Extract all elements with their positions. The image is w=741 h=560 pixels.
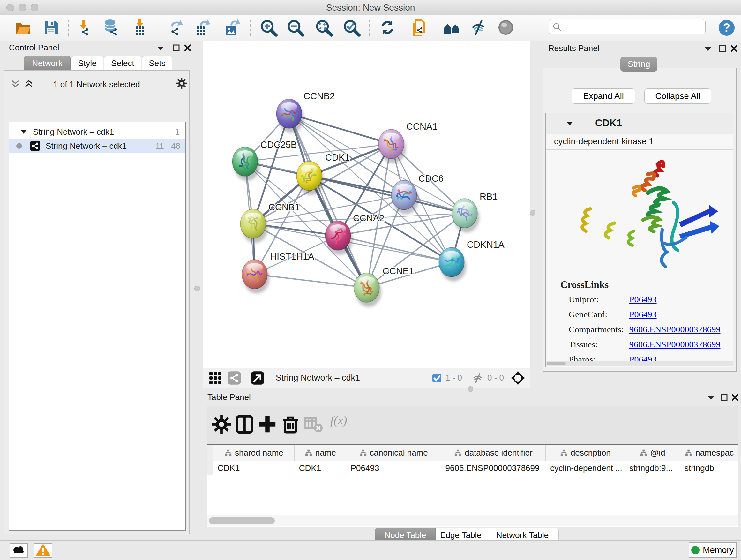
collection-count: 1 — [175, 127, 180, 137]
homes-button[interactable] — [442, 18, 461, 37]
network-edge[interactable] — [289, 114, 367, 288]
delete-column-button[interactable] — [280, 415, 300, 434]
export-network-button[interactable] — [166, 18, 185, 37]
network-edge[interactable] — [255, 274, 367, 288]
export-table-button[interactable] — [193, 18, 211, 37]
tab-network-table[interactable]: Network Table — [486, 528, 559, 542]
import-network-file-button[interactable] — [74, 18, 93, 37]
grid-view-icon[interactable] — [208, 371, 223, 385]
network-edge[interactable] — [289, 114, 391, 144]
open-session-button[interactable] — [13, 18, 31, 37]
cloud-status-button[interactable] — [10, 543, 28, 558]
collapse-panel-icon[interactable] — [156, 45, 165, 51]
disclosure-triangle-icon[interactable] — [20, 129, 27, 134]
splitter-handle[interactable] — [194, 286, 200, 292]
float-panel-icon[interactable] — [720, 394, 728, 401]
collapse-panel-icon[interactable] — [707, 395, 715, 401]
collapse-all-button[interactable]: Collapse All — [644, 88, 711, 104]
splitter-handle[interactable] — [468, 386, 473, 392]
network-collection-row[interactable]: String Network – cdk1 1 — [9, 125, 185, 139]
network-node-cdc6[interactable] — [391, 180, 419, 214]
zoom-in-button[interactable] — [259, 18, 278, 37]
collapse-panel-icon[interactable] — [704, 46, 712, 52]
tab-style[interactable]: Style — [71, 56, 104, 71]
column-header[interactable]: description — [546, 445, 625, 461]
network-edge[interactable] — [338, 236, 452, 262]
function-builder-button[interactable]: f(x) — [330, 413, 347, 427]
cell-shared-name[interactable]: CDK1 — [213, 461, 294, 476]
network-node-cdc25b[interactable] — [232, 147, 260, 181]
hide-unhide-button[interactable] — [469, 18, 488, 37]
help-button[interactable]: ? — [718, 18, 736, 37]
save-session-button[interactable] — [42, 18, 60, 37]
gene-header-row[interactable]: CDK1 — [546, 113, 733, 134]
cell-id[interactable]: stringdb:9... — [625, 461, 680, 476]
zoom-out-button[interactable] — [286, 18, 305, 37]
create-column-button[interactable] — [258, 415, 277, 434]
export-image-button[interactable] — [223, 18, 241, 37]
network-row-selected[interactable]: String Network – cdk1 11 48 — [9, 139, 185, 153]
disclosure-triangle-icon[interactable] — [565, 121, 574, 126]
crosslink-link[interactable]: 9606.ENSP00000378699 — [629, 324, 720, 334]
network-options-gear-icon[interactable] — [176, 78, 187, 89]
tab-string[interactable]: String — [620, 57, 657, 71]
column-header[interactable]: name — [294, 445, 346, 461]
table-options-button[interactable] — [212, 415, 231, 434]
scrollbar-thumb[interactable] — [209, 517, 275, 524]
zoom-fit-button[interactable] — [314, 18, 333, 37]
crosslink-link[interactable]: P06493 — [629, 309, 657, 320]
import-table-button[interactable] — [131, 18, 149, 37]
crosslink-link[interactable]: P06493 — [629, 294, 657, 305]
close-panel-icon[interactable] — [730, 45, 738, 52]
cell-database-identifier[interactable]: 9606.ENSP00000378699 — [441, 461, 546, 476]
float-panel-icon[interactable] — [719, 45, 726, 52]
zoom-out-icon — [286, 18, 305, 37]
network-node-ccnb2[interactable] — [276, 99, 304, 133]
tab-edge-table[interactable]: Edge Table — [435, 528, 486, 542]
float-panel-icon[interactable] — [172, 44, 180, 52]
network-canvas[interactable]: CCNB2CCNA1CDC25BCDK1CDC6RB1CCNB1CCNA2CDK… — [203, 41, 530, 368]
network-node-cdkn1a[interactable] — [439, 247, 466, 281]
birdseye-crosshair-icon[interactable] — [510, 370, 526, 386]
column-header[interactable]: shared name — [213, 445, 294, 461]
sphere-view-button[interactable] — [496, 18, 515, 37]
tab-network[interactable]: Network — [24, 56, 71, 71]
memory-button[interactable]: Memory — [689, 543, 737, 558]
open-in-new-window-icon[interactable] — [251, 371, 265, 385]
splitter-handle[interactable] — [530, 210, 536, 215]
results-h-scrollbar[interactable] — [546, 361, 733, 366]
table-row[interactable]: CDK1 CDK1 P06493 9606.ENSP00000378699 cy… — [207, 461, 738, 476]
tab-select[interactable]: Select — [104, 56, 141, 71]
expand-all-button[interactable]: Expand All — [571, 88, 635, 104]
crosslink-link[interactable]: 9606.ENSP00000378699 — [629, 339, 720, 350]
tab-sets[interactable]: Sets — [142, 56, 172, 71]
share-document-button[interactable] — [411, 18, 429, 37]
network-node-rb1[interactable] — [452, 199, 479, 233]
network-node-hist1h1a[interactable] — [242, 260, 269, 294]
search-input[interactable] — [562, 22, 697, 32]
show-columns-button[interactable] — [234, 415, 254, 434]
cell-name[interactable]: CDK1 — [294, 461, 346, 476]
svg-text:?: ? — [723, 21, 730, 34]
column-header[interactable]: namespac — [680, 445, 738, 461]
tab-node-table[interactable]: Node Table — [375, 528, 435, 542]
close-panel-icon[interactable] — [731, 394, 739, 401]
delete-table-button[interactable] — [304, 415, 323, 434]
import-network-database-button[interactable] — [102, 18, 120, 37]
column-header[interactable]: canonical name — [346, 445, 441, 461]
network-node-ccna2[interactable] — [325, 221, 353, 255]
table-h-scrollbar[interactable] — [207, 515, 738, 526]
zoom-selected-button[interactable] — [342, 18, 360, 37]
column-header[interactable]: database identifier — [441, 445, 546, 461]
close-panel-icon[interactable] — [184, 44, 192, 52]
network-node-ccne1[interactable] — [354, 273, 381, 307]
warnings-button[interactable] — [34, 543, 52, 558]
cell-description[interactable]: cyclin-dependent ... — [546, 461, 625, 476]
cell-canonical-name[interactable]: P06493 — [346, 461, 441, 476]
refresh-button[interactable] — [378, 18, 397, 37]
network-node-cdk1[interactable] — [296, 161, 324, 195]
column-header[interactable]: @id — [625, 445, 680, 461]
network-share-badge-icon[interactable] — [227, 371, 241, 385]
cell-namespace[interactable]: stringdb — [680, 461, 738, 476]
selected-checkbox-icon[interactable] — [431, 373, 442, 383]
